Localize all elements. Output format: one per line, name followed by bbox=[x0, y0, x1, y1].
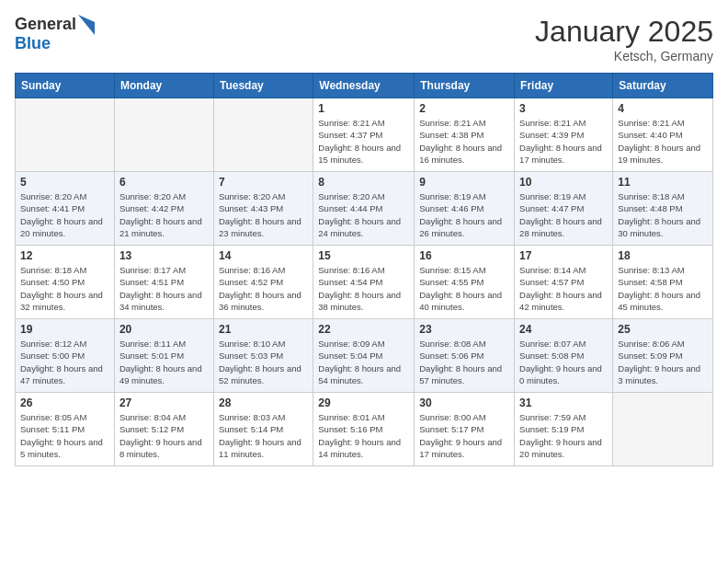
day-info: Sunrise: 8:19 AM Sunset: 4:46 PM Dayligh… bbox=[419, 190, 509, 239]
day-info: Sunrise: 8:08 AM Sunset: 5:06 PM Dayligh… bbox=[419, 338, 509, 386]
calendar-cell: 22Sunrise: 8:09 AM Sunset: 5:04 PM Dayli… bbox=[313, 319, 415, 393]
logo-general-text: General bbox=[15, 16, 76, 34]
month-title: January 2025 bbox=[535, 15, 713, 49]
calendar-cell: 9Sunrise: 8:19 AM Sunset: 4:46 PM Daylig… bbox=[415, 172, 515, 246]
calendar-cell: 1Sunrise: 8:21 AM Sunset: 4:37 PM Daylig… bbox=[313, 98, 415, 172]
day-number: 23 bbox=[419, 323, 509, 336]
calendar-cell: 13Sunrise: 8:17 AM Sunset: 4:51 PM Dayli… bbox=[114, 246, 213, 319]
day-info: Sunrise: 8:20 AM Sunset: 4:44 PM Dayligh… bbox=[318, 190, 409, 239]
day-number: 2 bbox=[419, 102, 509, 115]
day-number: 15 bbox=[318, 249, 409, 262]
day-number: 12 bbox=[20, 249, 109, 262]
location: Ketsch, Germany bbox=[535, 49, 713, 63]
day-number: 18 bbox=[618, 249, 708, 262]
calendar-cell: 7Sunrise: 8:20 AM Sunset: 4:43 PM Daylig… bbox=[213, 172, 313, 246]
day-info: Sunrise: 8:14 AM Sunset: 4:57 PM Dayligh… bbox=[519, 264, 608, 313]
day-number: 5 bbox=[20, 176, 109, 189]
calendar-cell: 31Sunrise: 7:59 AM Sunset: 5:19 PM Dayli… bbox=[515, 393, 613, 466]
weekday-header-row: SundayMondayTuesdayWednesdayThursdayFrid… bbox=[16, 74, 713, 98]
day-info: Sunrise: 8:20 AM Sunset: 4:41 PM Dayligh… bbox=[20, 190, 109, 239]
day-info: Sunrise: 8:18 AM Sunset: 4:48 PM Dayligh… bbox=[618, 190, 708, 239]
day-number: 31 bbox=[519, 396, 608, 409]
weekday-header: Monday bbox=[114, 74, 213, 98]
day-number: 6 bbox=[119, 176, 209, 189]
day-info: Sunrise: 8:20 AM Sunset: 4:42 PM Dayligh… bbox=[119, 190, 209, 239]
calendar-cell: 11Sunrise: 8:18 AM Sunset: 4:48 PM Dayli… bbox=[613, 172, 713, 246]
day-number: 25 bbox=[618, 323, 708, 336]
day-info: Sunrise: 8:04 AM Sunset: 5:12 PM Dayligh… bbox=[119, 411, 209, 460]
day-info: Sunrise: 8:19 AM Sunset: 4:47 PM Dayligh… bbox=[519, 190, 608, 239]
logo: General Blue bbox=[15, 15, 95, 53]
calendar-cell bbox=[114, 98, 213, 172]
day-info: Sunrise: 8:13 AM Sunset: 4:58 PM Dayligh… bbox=[618, 264, 708, 313]
calendar-cell: 30Sunrise: 8:00 AM Sunset: 5:17 PM Dayli… bbox=[415, 393, 515, 466]
day-number: 28 bbox=[219, 396, 308, 409]
calendar-cell: 25Sunrise: 8:06 AM Sunset: 5:09 PM Dayli… bbox=[613, 319, 713, 393]
day-info: Sunrise: 8:09 AM Sunset: 5:04 PM Dayligh… bbox=[318, 338, 409, 386]
day-info: Sunrise: 8:21 AM Sunset: 4:40 PM Dayligh… bbox=[618, 117, 708, 166]
day-info: Sunrise: 8:07 AM Sunset: 5:08 PM Dayligh… bbox=[519, 338, 608, 386]
logo-blue-text: Blue bbox=[15, 35, 95, 53]
day-info: Sunrise: 8:05 AM Sunset: 5:11 PM Dayligh… bbox=[20, 411, 109, 460]
calendar-cell: 15Sunrise: 8:16 AM Sunset: 4:54 PM Dayli… bbox=[313, 246, 415, 319]
calendar-cell bbox=[613, 393, 713, 466]
calendar-cell: 8Sunrise: 8:20 AM Sunset: 4:44 PM Daylig… bbox=[313, 172, 415, 246]
calendar-cell: 19Sunrise: 8:12 AM Sunset: 5:00 PM Dayli… bbox=[16, 319, 115, 393]
day-number: 16 bbox=[419, 249, 509, 262]
day-number: 3 bbox=[519, 102, 608, 115]
weekday-header: Wednesday bbox=[313, 74, 415, 98]
calendar-week-row: 26Sunrise: 8:05 AM Sunset: 5:11 PM Dayli… bbox=[16, 393, 713, 466]
calendar-cell: 2Sunrise: 8:21 AM Sunset: 4:38 PM Daylig… bbox=[415, 98, 515, 172]
calendar-cell: 20Sunrise: 8:11 AM Sunset: 5:01 PM Dayli… bbox=[114, 319, 213, 393]
calendar-cell: 6Sunrise: 8:20 AM Sunset: 4:42 PM Daylig… bbox=[114, 172, 213, 246]
day-info: Sunrise: 8:01 AM Sunset: 5:16 PM Dayligh… bbox=[318, 411, 409, 460]
day-number: 30 bbox=[419, 396, 509, 409]
page-header: General Blue January 2025 Ketsch, German… bbox=[15, 15, 713, 63]
calendar-week-row: 5Sunrise: 8:20 AM Sunset: 4:41 PM Daylig… bbox=[16, 172, 713, 246]
day-number: 11 bbox=[618, 176, 708, 189]
day-info: Sunrise: 8:11 AM Sunset: 5:01 PM Dayligh… bbox=[119, 338, 209, 386]
day-info: Sunrise: 8:17 AM Sunset: 4:51 PM Dayligh… bbox=[119, 264, 209, 313]
calendar-cell: 3Sunrise: 8:21 AM Sunset: 4:39 PM Daylig… bbox=[515, 98, 613, 172]
calendar-cell: 14Sunrise: 8:16 AM Sunset: 4:52 PM Dayli… bbox=[213, 246, 313, 319]
day-number: 10 bbox=[519, 176, 608, 189]
calendar-cell: 5Sunrise: 8:20 AM Sunset: 4:41 PM Daylig… bbox=[16, 172, 115, 246]
svg-marker-0 bbox=[78, 15, 95, 35]
calendar-cell: 23Sunrise: 8:08 AM Sunset: 5:06 PM Dayli… bbox=[415, 319, 515, 393]
calendar-cell: 17Sunrise: 8:14 AM Sunset: 4:57 PM Dayli… bbox=[515, 246, 613, 319]
day-info: Sunrise: 8:10 AM Sunset: 5:03 PM Dayligh… bbox=[219, 338, 308, 386]
day-info: Sunrise: 8:06 AM Sunset: 5:09 PM Dayligh… bbox=[618, 338, 708, 386]
calendar-cell: 18Sunrise: 8:13 AM Sunset: 4:58 PM Dayli… bbox=[613, 246, 713, 319]
day-number: 1 bbox=[318, 102, 409, 115]
calendar-cell: 21Sunrise: 8:10 AM Sunset: 5:03 PM Dayli… bbox=[213, 319, 313, 393]
calendar-cell bbox=[16, 98, 115, 172]
day-number: 26 bbox=[20, 396, 109, 409]
day-info: Sunrise: 8:16 AM Sunset: 4:52 PM Dayligh… bbox=[219, 264, 308, 313]
day-number: 19 bbox=[20, 323, 109, 336]
day-info: Sunrise: 8:18 AM Sunset: 4:50 PM Dayligh… bbox=[20, 264, 109, 313]
calendar-week-row: 12Sunrise: 8:18 AM Sunset: 4:50 PM Dayli… bbox=[16, 246, 713, 319]
calendar-cell: 29Sunrise: 8:01 AM Sunset: 5:16 PM Dayli… bbox=[313, 393, 415, 466]
day-info: Sunrise: 8:20 AM Sunset: 4:43 PM Dayligh… bbox=[219, 190, 308, 239]
day-info: Sunrise: 8:16 AM Sunset: 4:54 PM Dayligh… bbox=[318, 264, 409, 313]
day-number: 13 bbox=[119, 249, 209, 262]
weekday-header: Saturday bbox=[613, 74, 713, 98]
day-info: Sunrise: 7:59 AM Sunset: 5:19 PM Dayligh… bbox=[519, 411, 608, 460]
calendar-week-row: 19Sunrise: 8:12 AM Sunset: 5:00 PM Dayli… bbox=[16, 319, 713, 393]
calendar-table: SundayMondayTuesdayWednesdayThursdayFrid… bbox=[15, 73, 713, 466]
day-info: Sunrise: 8:21 AM Sunset: 4:38 PM Dayligh… bbox=[419, 117, 509, 166]
title-block: January 2025 Ketsch, Germany bbox=[535, 15, 713, 63]
day-number: 22 bbox=[318, 323, 409, 336]
day-number: 27 bbox=[119, 396, 209, 409]
day-info: Sunrise: 8:00 AM Sunset: 5:17 PM Dayligh… bbox=[419, 411, 509, 460]
day-info: Sunrise: 8:03 AM Sunset: 5:14 PM Dayligh… bbox=[219, 411, 308, 460]
day-number: 7 bbox=[219, 176, 308, 189]
weekday-header: Sunday bbox=[16, 74, 115, 98]
day-number: 29 bbox=[318, 396, 409, 409]
calendar-cell bbox=[213, 98, 313, 172]
day-number: 8 bbox=[318, 176, 409, 189]
calendar-cell: 4Sunrise: 8:21 AM Sunset: 4:40 PM Daylig… bbox=[613, 98, 713, 172]
calendar-cell: 12Sunrise: 8:18 AM Sunset: 4:50 PM Dayli… bbox=[16, 246, 115, 319]
calendar-cell: 10Sunrise: 8:19 AM Sunset: 4:47 PM Dayli… bbox=[515, 172, 613, 246]
weekday-header: Tuesday bbox=[213, 74, 313, 98]
